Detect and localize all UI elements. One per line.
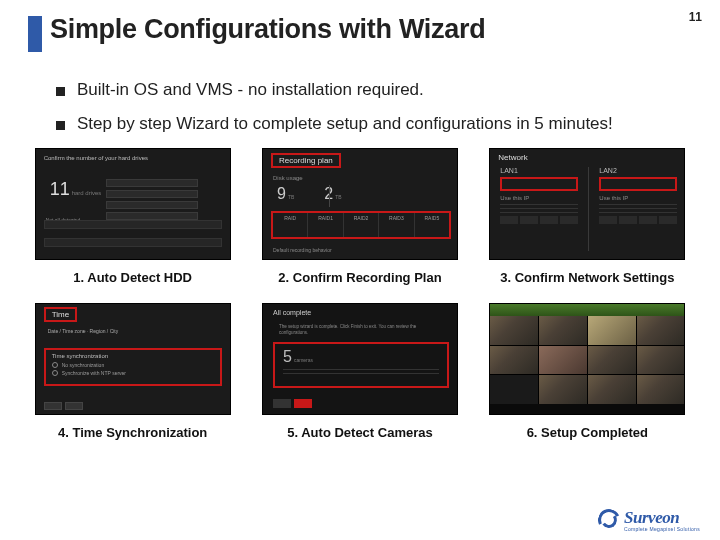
lan1-column: LAN1 Use this IP bbox=[490, 167, 588, 251]
sync-opt1: No synchronization bbox=[62, 362, 105, 368]
raid-opt: RAID1 bbox=[307, 213, 342, 237]
screenshot-setup-completed bbox=[489, 303, 685, 415]
bullet-square-icon bbox=[56, 87, 65, 96]
use-ip-label: Use this IP bbox=[500, 195, 578, 201]
lan1-mode-highlight bbox=[500, 177, 578, 191]
time-tab: Time bbox=[44, 307, 77, 322]
use-ip-label: Use this IP bbox=[599, 195, 677, 201]
screenshot-auto-detect-cameras: All complete The setup wizard is complet… bbox=[262, 303, 458, 415]
hdd-count-num: 11 bbox=[50, 179, 70, 199]
thumb-header: All complete bbox=[273, 309, 311, 316]
hdd-count: 11hard drives bbox=[50, 179, 102, 200]
screenshot-auto-detect-hdd: Confirm the number of your hard drives 1… bbox=[35, 148, 231, 260]
step-caption: 2. Confirm Recording Plan bbox=[278, 270, 441, 285]
disk-usage-a-unit: TB bbox=[288, 194, 294, 200]
thumb-bar bbox=[44, 238, 222, 247]
screenshot-recording-plan: Recording plan Disk usage 9TB 2TB RAID R… bbox=[262, 148, 458, 260]
camera-count-unit: cameras bbox=[294, 357, 313, 363]
step-caption: 5. Auto Detect Cameras bbox=[287, 425, 432, 440]
step-cell-5: All complete The setup wizard is complet… bbox=[261, 303, 458, 450]
thumb-footer: Default recording behavior bbox=[273, 247, 332, 253]
recording-plan-tab: Recording plan bbox=[271, 153, 341, 168]
lan2-mode-highlight bbox=[599, 177, 677, 191]
hdd-list bbox=[106, 179, 198, 220]
radio-icon bbox=[52, 370, 58, 376]
step-cell-3: Network LAN1 Use this IP LAN2 Use this I… bbox=[489, 148, 686, 295]
brand-tagline: Complete Megapixel Solutions bbox=[624, 526, 700, 532]
step-cell-6: 6. Setup Completed bbox=[489, 303, 686, 450]
bullet-item: Step by step Wizard to complete setup an… bbox=[56, 114, 682, 134]
bullet-text: Step by step Wizard to complete setup an… bbox=[77, 114, 613, 134]
thumb-header: Confirm the number of your hard drives bbox=[44, 155, 148, 161]
slide: 11 Simple Configurations with Wizard Bui… bbox=[0, 0, 720, 540]
step-caption: 3. Confirm Network Settings bbox=[500, 270, 674, 285]
brand-logo: Surveon Complete Megapixel Solutions bbox=[598, 508, 700, 532]
slide-title: Simple Configurations with Wizard bbox=[50, 14, 485, 45]
radio-icon bbox=[52, 362, 58, 368]
thumb-buttons bbox=[273, 399, 312, 408]
time-fields: Date / Time zone · Region / City bbox=[48, 328, 119, 334]
lan1-label: LAN1 bbox=[500, 167, 578, 174]
raid-opt: RAID2 bbox=[343, 213, 378, 237]
title-accent-bar bbox=[28, 16, 42, 52]
disk-usage-label: Disk usage bbox=[273, 175, 303, 181]
camera-count-highlight: 5cameras bbox=[273, 342, 449, 388]
vms-bottombar bbox=[490, 404, 684, 414]
raid-options-highlight: RAID RAID1 RAID2 RAID3 RAID5 bbox=[271, 211, 451, 239]
step-caption: 6. Setup Completed bbox=[527, 425, 648, 440]
step-cell-4: Time Date / Time zone · Region / City Ti… bbox=[34, 303, 231, 450]
bullet-text: Built-in OS and VMS - no installation re… bbox=[77, 80, 424, 100]
disk-usage-a: 9 bbox=[277, 185, 286, 202]
step-cell-2: Recording plan Disk usage 9TB 2TB RAID R… bbox=[261, 148, 458, 295]
screenshot-time: Time Date / Time zone · Region / City Ti… bbox=[35, 303, 231, 415]
step-cell-1: Confirm the number of your hard drives 1… bbox=[34, 148, 231, 295]
raid-opt: RAID3 bbox=[378, 213, 413, 237]
raid-opt: RAID bbox=[273, 213, 307, 237]
vms-topbar bbox=[490, 304, 684, 316]
step-caption: 4. Time Synchronization bbox=[58, 425, 207, 440]
thumb-buttons bbox=[44, 402, 83, 410]
steps-grid: Confirm the number of your hard drives 1… bbox=[34, 148, 686, 450]
screenshot-network: Network LAN1 Use this IP LAN2 Use this I… bbox=[489, 148, 685, 260]
raid-opt: RAID5 bbox=[414, 213, 449, 237]
time-sync-highlight: Time synchronization No synchronization … bbox=[44, 348, 222, 386]
bullet-square-icon bbox=[56, 121, 65, 130]
page-number: 11 bbox=[689, 10, 702, 24]
disk-usage-b-unit: TB bbox=[335, 194, 341, 200]
title-row: Simple Configurations with Wizard bbox=[28, 14, 692, 52]
thumb-bar bbox=[44, 220, 222, 229]
bullet-item: Built-in OS and VMS - no installation re… bbox=[56, 80, 682, 100]
lan2-column: LAN2 Use this IP bbox=[588, 167, 685, 251]
thumb-header: Network bbox=[498, 153, 527, 162]
lan2-label: LAN2 bbox=[599, 167, 677, 174]
brand-mark-icon bbox=[598, 509, 620, 531]
bullet-list: Built-in OS and VMS - no installation re… bbox=[56, 80, 682, 134]
time-sync-header: Time synchronization bbox=[52, 353, 214, 359]
disk-usage-values: 9TB 2TB bbox=[277, 185, 342, 203]
step-caption: 1. Auto Detect HDD bbox=[73, 270, 192, 285]
thumb-message: The setup wizard is complete. Click Fini… bbox=[279, 324, 441, 337]
sync-opt2: Synchronize with NTP server bbox=[62, 370, 126, 376]
brand-name: Surveon bbox=[624, 508, 700, 528]
camera-grid bbox=[490, 316, 684, 404]
hdd-count-unit: hard drives bbox=[72, 190, 102, 196]
camera-count-num: 5 bbox=[283, 348, 292, 365]
